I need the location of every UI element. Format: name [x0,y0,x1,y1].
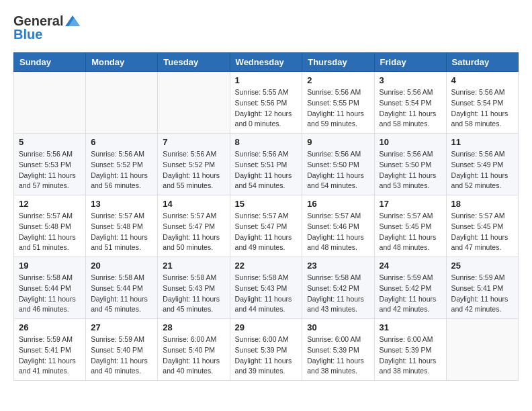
day-info: Sunrise: 5:57 AMSunset: 5:48 PMDaylight:… [91,211,152,253]
day-info: Sunrise: 6:00 AMSunset: 5:39 PMDaylight:… [235,334,298,377]
day-info: Sunrise: 5:56 AMSunset: 5:50 PMDaylight:… [380,149,441,191]
calendar-cell: 17Sunrise: 5:57 AMSunset: 5:45 PMDayligh… [374,195,446,257]
day-number: 5 [19,137,81,147]
day-number: 23 [307,261,369,271]
calendar-cell: 16Sunrise: 5:57 AMSunset: 5:46 PMDayligh… [302,195,374,257]
calendar-cell: 14Sunrise: 5:57 AMSunset: 5:47 PMDayligh… [158,195,230,257]
day-info: Sunrise: 5:58 AMSunset: 5:43 PMDaylight:… [235,273,298,315]
calendar-week-5: 26Sunrise: 5:59 AMSunset: 5:41 PMDayligh… [14,319,519,381]
day-info: Sunrise: 5:56 AMSunset: 5:50 PMDaylight:… [307,149,369,191]
day-number: 29 [235,322,298,332]
day-info: Sunrise: 5:58 AMSunset: 5:42 PMDaylight:… [307,273,369,315]
calendar-cell: 8Sunrise: 5:56 AMSunset: 5:51 PMDaylight… [230,134,302,195]
logo-text-block: General Blue [13,13,80,42]
day-number: 10 [380,137,441,147]
day-info: Sunrise: 5:55 AMSunset: 5:56 PMDaylight:… [235,87,298,130]
day-info: Sunrise: 5:56 AMSunset: 5:54 PMDaylight:… [380,87,441,130]
logo-general-word: General [13,13,63,28]
weekday-header-friday: Friday [374,53,446,72]
calendar-cell: 1Sunrise: 5:55 AMSunset: 5:56 PMDaylight… [230,72,302,134]
calendar-week-2: 5Sunrise: 5:56 AMSunset: 5:53 PMDaylight… [14,134,519,195]
calendar-cell: 9Sunrise: 5:56 AMSunset: 5:50 PMDaylight… [302,134,374,195]
day-number: 13 [91,199,152,209]
calendar-cell: 5Sunrise: 5:56 AMSunset: 5:53 PMDaylight… [14,134,86,195]
day-info: Sunrise: 5:57 AMSunset: 5:48 PMDaylight:… [19,211,81,253]
calendar-cell: 2Sunrise: 5:56 AMSunset: 5:55 PMDaylight… [302,72,374,134]
logo-triangle-icon [65,15,80,26]
day-number: 3 [380,75,441,85]
calendar-cell: 31Sunrise: 6:00 AMSunset: 5:39 PMDayligh… [374,319,446,381]
day-number: 31 [380,322,441,332]
calendar-cell: 20Sunrise: 5:58 AMSunset: 5:44 PMDayligh… [86,257,158,319]
day-info: Sunrise: 5:56 AMSunset: 5:49 PMDaylight:… [451,149,513,191]
weekday-header-monday: Monday [86,53,158,72]
day-info: Sunrise: 5:57 AMSunset: 5:46 PMDaylight:… [307,211,369,253]
logo: General Blue [13,13,80,42]
calendar-cell [86,72,158,134]
calendar-cell: 26Sunrise: 5:59 AMSunset: 5:41 PMDayligh… [14,319,86,381]
day-number: 20 [91,261,152,271]
day-number: 6 [91,137,152,147]
calendar-cell: 30Sunrise: 6:00 AMSunset: 5:39 PMDayligh… [302,319,374,381]
day-info: Sunrise: 5:56 AMSunset: 5:54 PMDaylight:… [451,87,513,130]
calendar-cell: 24Sunrise: 5:59 AMSunset: 5:42 PMDayligh… [374,257,446,319]
day-number: 24 [380,261,441,271]
day-number: 15 [235,199,298,209]
calendar-cell: 19Sunrise: 5:58 AMSunset: 5:44 PMDayligh… [14,257,86,319]
calendar-cell: 15Sunrise: 5:57 AMSunset: 5:47 PMDayligh… [230,195,302,257]
day-number: 17 [380,199,441,209]
calendar-cell: 21Sunrise: 5:58 AMSunset: 5:43 PMDayligh… [158,257,230,319]
day-number: 22 [235,261,298,271]
logo-container: General Blue [13,13,80,42]
calendar-cell: 29Sunrise: 6:00 AMSunset: 5:39 PMDayligh… [230,319,302,381]
calendar-cell [446,319,518,381]
day-number: 19 [19,261,81,271]
calendar-cell: 23Sunrise: 5:58 AMSunset: 5:42 PMDayligh… [302,257,374,319]
calendar-week-3: 12Sunrise: 5:57 AMSunset: 5:48 PMDayligh… [14,195,519,257]
day-number: 4 [451,75,513,85]
calendar-header-row: SundayMondayTuesdayWednesdayThursdayFrid… [14,53,519,72]
calendar-cell [158,72,230,134]
day-info: Sunrise: 5:57 AMSunset: 5:47 PMDaylight:… [235,211,298,253]
day-number: 1 [235,75,298,85]
day-info: Sunrise: 5:57 AMSunset: 5:45 PMDaylight:… [380,211,441,253]
calendar-cell: 12Sunrise: 5:57 AMSunset: 5:48 PMDayligh… [14,195,86,257]
day-info: Sunrise: 5:56 AMSunset: 5:53 PMDaylight:… [19,149,81,191]
day-info: Sunrise: 5:57 AMSunset: 5:45 PMDaylight:… [451,211,513,253]
day-info: Sunrise: 5:58 AMSunset: 5:44 PMDaylight:… [91,273,152,315]
calendar-cell: 28Sunrise: 6:00 AMSunset: 5:40 PMDayligh… [158,319,230,381]
day-number: 14 [163,199,224,209]
calendar-cell: 25Sunrise: 5:59 AMSunset: 5:41 PMDayligh… [446,257,518,319]
calendar-cell: 6Sunrise: 5:56 AMSunset: 5:52 PMDaylight… [86,134,158,195]
calendar-cell: 13Sunrise: 5:57 AMSunset: 5:48 PMDayligh… [86,195,158,257]
day-number: 18 [451,199,513,209]
day-number: 21 [163,261,224,271]
day-info: Sunrise: 5:56 AMSunset: 5:52 PMDaylight:… [163,149,224,191]
day-number: 28 [163,322,224,332]
calendar-cell: 11Sunrise: 5:56 AMSunset: 5:49 PMDayligh… [446,134,518,195]
day-info: Sunrise: 6:00 AMSunset: 5:39 PMDaylight:… [307,334,369,377]
day-info: Sunrise: 5:59 AMSunset: 5:41 PMDaylight:… [451,273,513,315]
day-number: 11 [451,137,513,147]
day-info: Sunrise: 6:00 AMSunset: 5:39 PMDaylight:… [380,334,441,377]
day-info: Sunrise: 5:56 AMSunset: 5:51 PMDaylight:… [235,149,298,191]
page-header: General Blue [13,13,519,42]
day-number: 27 [91,322,152,332]
day-number: 26 [19,322,81,332]
calendar-week-4: 19Sunrise: 5:58 AMSunset: 5:44 PMDayligh… [14,257,519,319]
logo-blue-word: Blue [13,27,80,42]
weekday-header-sunday: Sunday [14,53,86,72]
day-number: 7 [163,137,224,147]
day-number: 2 [307,75,369,85]
calendar-cell: 18Sunrise: 5:57 AMSunset: 5:45 PMDayligh… [446,195,518,257]
calendar-cell: 27Sunrise: 5:59 AMSunset: 5:40 PMDayligh… [86,319,158,381]
calendar-cell: 4Sunrise: 5:56 AMSunset: 5:54 PMDaylight… [446,72,518,134]
day-number: 25 [451,261,513,271]
calendar-cell [14,72,86,134]
day-info: Sunrise: 5:56 AMSunset: 5:55 PMDaylight:… [307,87,369,130]
day-number: 16 [307,199,369,209]
calendar-week-1: 1Sunrise: 5:55 AMSunset: 5:56 PMDaylight… [14,72,519,134]
day-number: 9 [307,137,369,147]
day-info: Sunrise: 5:58 AMSunset: 5:44 PMDaylight:… [19,273,81,315]
day-number: 30 [307,322,369,332]
